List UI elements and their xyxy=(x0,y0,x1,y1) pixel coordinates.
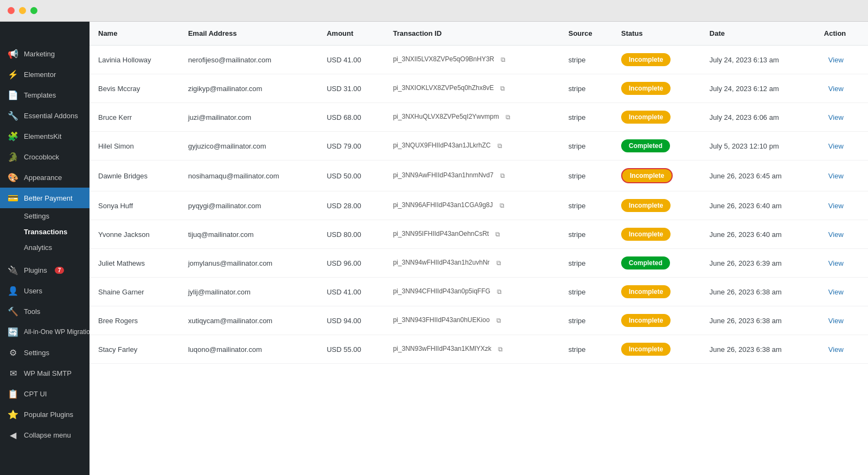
view-button[interactable]: View xyxy=(824,343,848,356)
table-row: Bruce Kerr juzi@mailinator.com USD 68.00… xyxy=(90,103,868,132)
copy-icon[interactable]: ⧉ xyxy=(495,141,505,151)
copy-icon[interactable]: ⧉ xyxy=(497,201,507,210)
users-icon: 👤 xyxy=(8,285,18,296)
sidebar-item-crocoblock[interactable]: 🐊 Crocoblock xyxy=(0,146,90,167)
sidebar-item-wp-mail-smtp-label: WP Mail SMTP xyxy=(24,369,72,377)
copy-icon[interactable]: ⧉ xyxy=(494,316,503,325)
cell-date: June 26, 2023 6:40 am xyxy=(701,220,815,249)
close-button[interactable] xyxy=(8,7,15,14)
marketing-icon: 📢 xyxy=(8,48,18,59)
cell-source: stripe xyxy=(560,220,612,249)
sidebar-item-settings-main[interactable]: ⚙ Settings xyxy=(0,342,90,363)
copy-icon[interactable]: ⧉ xyxy=(494,258,503,268)
view-button[interactable]: View xyxy=(824,257,848,269)
sidebar-item-templates[interactable]: 📄 Templates xyxy=(0,85,90,105)
sidebar-item-better-payment[interactable]: 💳 Better Payment xyxy=(0,188,90,208)
col-name: Name xyxy=(90,22,180,46)
view-button[interactable]: View xyxy=(824,111,848,124)
status-badge: Incomplete xyxy=(621,314,671,327)
cell-email: jylij@mailinator.com xyxy=(180,278,318,306)
sidebar-subitem-transactions[interactable]: Transactions xyxy=(0,224,90,240)
sidebar-item-elementor-label: Elementor xyxy=(24,70,56,79)
cell-action: View xyxy=(815,249,868,278)
sidebar-item-collapse-menu[interactable]: ◀ Collapse menu xyxy=(0,425,90,445)
cell-txn-id: pi_3NXHuQLVX8ZVPe5qI2Ywvmpm ⧉ xyxy=(384,103,559,132)
cell-date: June 26, 2023 6:38 am xyxy=(701,306,815,335)
status-badge: Incomplete xyxy=(621,343,671,356)
cell-amount: USD 41.00 xyxy=(318,278,384,306)
cell-date: June 26, 2023 6:38 am xyxy=(701,278,815,306)
copy-icon[interactable]: ⧉ xyxy=(495,344,505,354)
view-button[interactable]: View xyxy=(824,200,848,212)
sidebar-item-users[interactable]: 👤 Users xyxy=(0,280,90,301)
table-row: Shaine Garner jylij@mailinator.com USD 4… xyxy=(90,278,868,306)
sidebar-item-elementskit[interactable]: 🧩 ElementsKit xyxy=(0,126,90,146)
main-content: Name Email Address Amount Transaction ID… xyxy=(90,22,868,475)
sidebar-item-appearance[interactable]: 🎨 Appearance xyxy=(0,167,90,188)
copy-icon[interactable]: ⧉ xyxy=(499,55,508,65)
table-row: Juliet Mathews jomylanus@mailinator.com … xyxy=(90,249,868,278)
copy-icon[interactable]: ⧉ xyxy=(498,84,508,93)
sidebar-item-appearance-label: Appearance xyxy=(24,174,62,182)
cell-txn-id: pi_3NN943FHIIdP43an0hUEKioo ⧉ xyxy=(384,306,559,335)
maximize-button[interactable] xyxy=(30,7,37,14)
cell-date: July 24, 2023 6:06 am xyxy=(701,103,815,132)
view-button[interactable]: View xyxy=(824,286,848,298)
sidebar-item-marketing[interactable]: 📢 Marketing xyxy=(0,43,90,64)
view-button[interactable]: View xyxy=(824,54,848,66)
cell-source: stripe xyxy=(560,335,612,364)
copy-icon[interactable]: ⧉ xyxy=(503,112,513,122)
cell-name: Sonya Huff xyxy=(90,191,180,220)
view-button[interactable]: View xyxy=(824,314,848,327)
sidebar-item-cpt-ui[interactable]: 📋 CPT UI xyxy=(0,383,90,404)
cell-email: nosihamaqu@mailinator.com xyxy=(180,161,318,191)
window-chrome xyxy=(0,0,868,22)
copy-icon[interactable]: ⧉ xyxy=(497,171,507,181)
cell-txn-id: pi_3NN94wFHIIdP43an1h2uvhNr ⧉ xyxy=(384,249,559,278)
copy-icon[interactable]: ⧉ xyxy=(493,229,503,239)
cell-txn-id: pi_3NN9AwFHIIdP43an1hnmNvd7 ⧉ xyxy=(384,161,559,191)
cell-date: June 26, 2023 6:40 am xyxy=(701,191,815,220)
col-source: Source xyxy=(560,22,612,46)
wp-mail-smtp-icon: ✉ xyxy=(8,368,18,378)
table-row: Yvonne Jackson tijuq@mailinator.com USD … xyxy=(90,220,868,249)
sidebar-item-plugins[interactable]: 🔌 Plugins 7 xyxy=(0,260,90,280)
cell-amount: USD 80.00 xyxy=(318,220,384,249)
sidebar-item-tools[interactable]: 🔨 Tools xyxy=(0,301,90,322)
cell-amount: USD 68.00 xyxy=(318,103,384,132)
sidebar-item-all-in-one[interactable]: 🔄 All-in-One WP Migration xyxy=(0,322,90,342)
cell-email: gyjuzico@mailinator.com xyxy=(180,132,318,161)
cell-action: View xyxy=(815,132,868,161)
cell-status: Incomplete xyxy=(612,46,701,74)
table-row: Hilel Simon gyjuzico@mailinator.com USD … xyxy=(90,132,868,161)
sidebar-subitem-analytics[interactable]: Analytics xyxy=(0,240,90,255)
status-badge: Incomplete xyxy=(621,111,671,124)
collapse-menu-icon: ◀ xyxy=(8,429,18,440)
cell-action: View xyxy=(815,161,868,191)
analytics-label: Analytics xyxy=(24,243,52,252)
elementskit-icon: 🧩 xyxy=(8,131,18,142)
sidebar-item-essential-addons-label: Essential Addons xyxy=(24,112,78,120)
cell-source: stripe xyxy=(560,306,612,335)
cell-email: jomylanus@mailinator.com xyxy=(180,249,318,278)
view-button[interactable]: View xyxy=(824,170,848,182)
table-row: Stacy Farley luqono@mailinator.com USD 5… xyxy=(90,335,868,364)
status-badge: Incomplete xyxy=(621,285,671,298)
sidebar-item-elementor[interactable]: ⚡ Elementor xyxy=(0,64,90,85)
cell-email: pyqygi@mailinator.com xyxy=(180,191,318,220)
sidebar-item-essential-addons[interactable]: 🔧 Essential Addons xyxy=(0,105,90,126)
table-wrapper[interactable]: Name Email Address Amount Transaction ID… xyxy=(90,22,868,475)
view-button[interactable]: View xyxy=(824,228,848,241)
copy-icon[interactable]: ⧉ xyxy=(495,287,505,297)
view-button[interactable]: View xyxy=(824,140,848,152)
cell-source: stripe xyxy=(560,132,612,161)
cell-source: stripe xyxy=(560,278,612,306)
sidebar-item-wp-mail-smtp[interactable]: ✉ WP Mail SMTP xyxy=(0,363,90,383)
cell-date: July 5, 2023 12:10 pm xyxy=(701,132,815,161)
sidebar-item-popular-plugins[interactable]: ⭐ Popular Plugins xyxy=(0,404,90,425)
view-button[interactable]: View xyxy=(824,82,848,95)
cell-action: View xyxy=(815,278,868,306)
minimize-button[interactable] xyxy=(19,7,26,14)
sidebar-subitem-settings[interactable]: Settings xyxy=(0,208,90,224)
plugins-icon: 🔌 xyxy=(8,265,18,275)
